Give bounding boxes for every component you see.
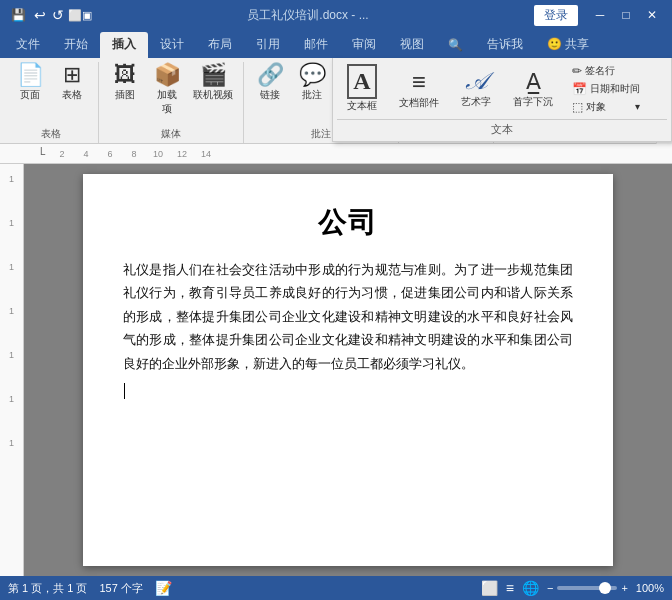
- ruler-v-3: 1: [0, 212, 23, 234]
- view-read-icon[interactable]: ≡: [506, 580, 514, 596]
- wordart-popup-button[interactable]: 𝒜 艺术字: [451, 66, 501, 111]
- ruler-v-2: [0, 190, 23, 212]
- link-icon: 🔗: [257, 64, 284, 86]
- side-options: ✏ 签名行 📅 日期和时间 ⬚ 对象 ▾: [569, 63, 643, 115]
- document-text: 礼仪是指人们在社会交往活动中形成的行为规范与准则。为了进一步规范集团礼仪行为，教…: [123, 262, 573, 371]
- link-button[interactable]: 🔗 链接: [250, 62, 290, 104]
- dropcap-popup-button[interactable]: A̲ 首字下沉: [505, 67, 561, 111]
- ruler-num-10: 10: [146, 149, 170, 159]
- word-count: 157 个字: [99, 581, 142, 596]
- docparts-popup-button[interactable]: ≡ 文档部件: [391, 66, 447, 112]
- ruler-numbers: 2 4 6 8 10 12 14: [50, 149, 218, 159]
- tab-mailings[interactable]: 邮件: [292, 32, 340, 58]
- tab-references[interactable]: 引用: [244, 32, 292, 58]
- popup-inner: A 文本框 ≡ 文档部件 𝒜 艺术字 A̲ 首字下沉 ✏ 签名行: [337, 62, 667, 115]
- picture-button[interactable]: 🖼 插图: [105, 62, 145, 104]
- status-left: 第 1 页，共 1 页 157 个字 📝: [8, 580, 172, 596]
- textbox-popup-button[interactable]: A 文本框: [337, 62, 387, 115]
- docparts-popup-icon: ≡: [412, 68, 426, 96]
- view-normal-icon[interactable]: ⬜: [481, 580, 498, 596]
- tab-view[interactable]: 视图: [388, 32, 436, 58]
- tab-layout[interactable]: 布局: [196, 32, 244, 58]
- ruler-v-7: 1: [0, 300, 23, 322]
- dropcap-popup-icon: A̲: [526, 69, 541, 95]
- ruler-num-2: 2: [50, 149, 74, 159]
- undo-redo-group: ↩ ↺: [32, 7, 66, 23]
- text-cursor: [124, 383, 125, 399]
- tab-share[interactable]: 🙂 共享: [535, 32, 601, 58]
- signature-label: 签名行: [585, 64, 615, 78]
- signature-option[interactable]: ✏ 签名行: [569, 63, 643, 79]
- undo-icon[interactable]: ↩: [32, 7, 48, 23]
- zoom-thumb[interactable]: [599, 582, 611, 594]
- page-button[interactable]: 📄 页面: [10, 62, 50, 104]
- video-button[interactable]: 🎬 联机视频: [189, 62, 237, 104]
- ruler-v-8: [0, 322, 23, 344]
- addons-button[interactable]: 📦 加载项: [147, 62, 187, 118]
- title-bar-right: 登录 ─ □ ✕: [526, 3, 664, 27]
- object-dropdown-icon[interactable]: ▾: [635, 101, 640, 112]
- object-option[interactable]: ⬚ 对象 ▾: [569, 99, 643, 115]
- document-title: 公司: [123, 204, 573, 242]
- close-button[interactable]: ✕: [640, 3, 664, 27]
- ruler: L 2 4 6 8 10 12 14: [0, 144, 672, 164]
- object-label: 对象: [586, 100, 606, 114]
- object-icon: ⬚: [572, 100, 583, 114]
- tab-home[interactable]: 开始: [52, 32, 100, 58]
- ribbon: 📄 页面 ⊞ 表格 表格 🖼 插图 📦 加载项 🎬 联机视频: [0, 58, 672, 144]
- ruler-v-9: 1: [0, 344, 23, 366]
- picture-icon: 🖼: [114, 64, 136, 86]
- wordart-popup-label: 艺术字: [461, 95, 491, 109]
- save-icon[interactable]: 💾: [8, 5, 28, 25]
- maximize-button[interactable]: □: [614, 3, 638, 27]
- tab-design[interactable]: 设计: [148, 32, 196, 58]
- window-title: 员工礼仪培训.docx - ...: [90, 7, 526, 24]
- comment-label: 批注: [302, 88, 322, 102]
- ruler-v-13: 1: [0, 432, 23, 454]
- ruler-num-14: 14: [194, 149, 218, 159]
- ruler-left-marker: L: [40, 146, 46, 157]
- zoom-track[interactable]: [557, 586, 617, 590]
- autosave-icon[interactable]: ⬜▣: [70, 5, 90, 25]
- document-scroll[interactable]: 公司 礼仪是指人们在社会交往活动中形成的行为规范与准则。为了进一步规范集团礼仪行…: [24, 164, 672, 576]
- textbox-popup-icon: A: [347, 64, 376, 99]
- title-bar-left: 💾 ↩ ↺ ⬜▣: [8, 5, 90, 25]
- login-button[interactable]: 登录: [534, 5, 578, 26]
- zoom-slider: − +: [547, 582, 628, 594]
- status-bar: 第 1 页，共 1 页 157 个字 📝 ⬜ ≡ 🌐 − + 100%: [0, 576, 672, 600]
- table-group-label: 表格: [41, 125, 61, 141]
- tab-tellme[interactable]: 告诉我: [475, 32, 535, 58]
- tab-search[interactable]: 🔍: [436, 32, 475, 58]
- tab-review[interactable]: 审阅: [340, 32, 388, 58]
- zoom-plus-button[interactable]: +: [621, 582, 627, 594]
- minimize-button[interactable]: ─: [588, 3, 612, 27]
- status-right: ⬜ ≡ 🌐 − + 100%: [481, 580, 664, 596]
- datetime-label: 日期和时间: [590, 82, 640, 96]
- tab-file[interactable]: 文件: [4, 32, 52, 58]
- zoom-percent: 100%: [636, 582, 664, 594]
- datetime-option[interactable]: 📅 日期和时间: [569, 81, 643, 97]
- wordart-popup-icon: 𝒜: [466, 68, 487, 95]
- document-page[interactable]: 公司 礼仪是指人们在社会交往活动中形成的行为规范与准则。为了进一步规范集团礼仪行…: [83, 174, 613, 566]
- comment-button[interactable]: 💬 批注: [292, 62, 332, 104]
- zoom-minus-button[interactable]: −: [547, 582, 553, 594]
- document-area: 1 1 1 1 1 1 1 公司 礼仪是指人们在社会交往活动中形成的行为规范与准…: [0, 164, 672, 576]
- textbox-popup-label: 文本框: [347, 99, 377, 113]
- ribbon-tab-bar: 文件 开始 插入 设计 布局 引用 邮件 审阅 视图 🔍 告诉我 🙂 共享: [0, 30, 672, 58]
- ruler-v-11: 1: [0, 388, 23, 410]
- view-web-icon[interactable]: 🌐: [522, 580, 539, 596]
- page-info: 第 1 页，共 1 页: [8, 581, 87, 596]
- ruler-num-12: 12: [170, 149, 194, 159]
- docparts-popup-label: 文档部件: [399, 96, 439, 110]
- document-body[interactable]: 礼仪是指人们在社会交往活动中形成的行为规范与准则。为了进一步规范集团礼仪行为，教…: [123, 258, 573, 375]
- page-icon: 📄: [17, 64, 44, 86]
- table-button[interactable]: ⊞ 表格: [52, 62, 92, 104]
- ruler-v-12: [0, 410, 23, 432]
- ruler-v-6: [0, 278, 23, 300]
- tab-insert[interactable]: 插入: [100, 32, 148, 58]
- spellcheck-icon[interactable]: 📝: [155, 580, 172, 596]
- media-group-items: 🖼 插图 📦 加载项 🎬 联机视频: [105, 62, 237, 125]
- table-group-items: 📄 页面 ⊞ 表格: [10, 62, 92, 125]
- popup-group-label: 文本: [337, 119, 667, 137]
- redo-icon[interactable]: ↺: [50, 7, 66, 23]
